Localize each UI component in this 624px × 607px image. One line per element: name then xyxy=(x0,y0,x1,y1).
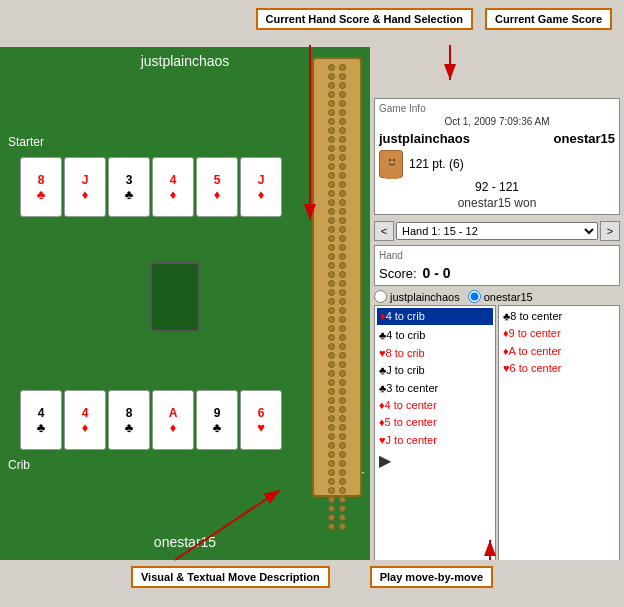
board-holes xyxy=(314,59,360,535)
svg-rect-3 xyxy=(384,169,400,179)
radio-player2[interactable]: onestar15 xyxy=(468,290,533,303)
card-top-1[interactable]: 8♣ xyxy=(20,157,62,217)
hand-selector-row: < Hand 1: 15 - 12 > xyxy=(374,221,620,241)
card-top-6[interactable]: J♦ xyxy=(240,157,282,217)
svg-point-1 xyxy=(389,159,391,161)
starter-label: Starter xyxy=(8,135,44,149)
content-row: justplainchaos Starter Pone 8♣ J♦ 3♣ 4♦ … xyxy=(0,47,624,560)
card-bot-3[interactable]: 8♣ xyxy=(108,390,150,450)
game-player1: justplainchaos xyxy=(379,131,470,146)
card-bot-2[interactable]: 4♦ xyxy=(64,390,106,450)
hand-nav-prev[interactable]: < xyxy=(374,221,394,241)
col2-item-1: ♣8 to center xyxy=(501,308,617,325)
game-info-box: Game Info Oct 1, 2009 7:09:36 AM justpla… xyxy=(374,98,620,215)
cards-bottom: 4♣ 4♦ 8♣ A♦ 9♣ 6♥ xyxy=(20,390,282,450)
cards-column-1: ♦4 to crib ♣4 to crib ♥8 to crib ♣J to c… xyxy=(374,305,496,600)
hand-box-header: Hand xyxy=(379,250,615,261)
col1-header: ♦4 to crib xyxy=(377,308,493,325)
card-bot-1[interactable]: 4♣ xyxy=(20,390,62,450)
bottom-area: Visual & Textual Move Description Play m… xyxy=(0,560,624,607)
col1-item-7: ♥J to center xyxy=(377,432,493,449)
game-date: Oct 1, 2009 7:09:36 AM xyxy=(379,116,615,127)
card-bot-4[interactable]: A♦ xyxy=(152,390,194,450)
card-top-3[interactable]: 3♣ xyxy=(108,157,150,217)
annotation-game-score: Current Game Score xyxy=(485,8,612,30)
cards-list-panel: ♦4 to crib ♣4 to crib ♥8 to crib ♣J to c… xyxy=(374,305,620,600)
col2-item-3: ♦A to center xyxy=(501,343,617,360)
card-top-2[interactable]: J♦ xyxy=(64,157,106,217)
col1-item-1: ♣4 to crib xyxy=(377,327,493,344)
cribbage-board xyxy=(312,57,362,497)
col2-item-4: ♥6 to center xyxy=(501,360,617,377)
radio-player1[interactable]: justplainchaos xyxy=(374,290,460,303)
game-players: justplainchaos onestar15 xyxy=(379,131,615,146)
cards-column-2: ♣8 to center ♦9 to center ♦A to center ♥… xyxy=(498,305,620,600)
hand-nav-next[interactable]: > xyxy=(600,221,620,241)
game-score-points: 121 pt. (6) xyxy=(409,157,464,171)
radio-input-player1[interactable] xyxy=(374,290,387,303)
hand-score-line: Score: 0 - 0 xyxy=(379,265,615,281)
annotation-play-move: Play move-by-move xyxy=(370,566,493,588)
svg-point-2 xyxy=(393,159,395,161)
col2-item-2: ♦9 to center xyxy=(501,325,617,342)
col1-item-5: ♦4 to center xyxy=(377,397,493,414)
annotation-move-description: Visual & Textual Move Description xyxy=(131,566,330,588)
crib-pile xyxy=(150,262,200,332)
card-top-4[interactable]: 4♦ xyxy=(152,157,194,217)
radio-input-player2[interactable] xyxy=(468,290,481,303)
player-avatar xyxy=(379,150,403,178)
crib-label: Crib xyxy=(8,458,30,472)
hand-score-value: 0 - 0 xyxy=(423,265,451,281)
top-area: Current Hand Score & Hand Selection Curr… xyxy=(0,0,624,47)
app-container: Current Hand Score & Hand Selection Curr… xyxy=(0,0,624,607)
right-panel: Game Info Oct 1, 2009 7:09:36 AM justpla… xyxy=(370,94,624,607)
game-info-header: Game Info xyxy=(379,103,615,114)
col1-item-3: ♣J to crib xyxy=(377,362,493,379)
card-bot-6[interactable]: 6♥ xyxy=(240,390,282,450)
col1-item-6: ♦5 to center xyxy=(377,414,493,431)
col1-item-2: ♥8 to crib xyxy=(377,345,493,362)
winner-line: onestar15 won xyxy=(379,196,615,210)
svg-point-0 xyxy=(385,154,399,168)
col1-cursor: ▶ xyxy=(377,449,493,473)
player-select-row: justplainchaos onestar15 xyxy=(374,290,620,303)
game-player2: onestar15 xyxy=(554,131,615,146)
game-area: justplainchaos Starter Pone 8♣ J♦ 3♣ 4♦ … xyxy=(0,47,370,560)
card-top-5[interactable]: 5♦ xyxy=(196,157,238,217)
cards-top: 8♣ J♦ 3♣ 4♦ 5♦ J♦ xyxy=(20,157,282,217)
card-bot-5[interactable]: 9♣ xyxy=(196,390,238,450)
hand-box: Hand Score: 0 - 0 xyxy=(374,245,620,286)
annotation-hand-score: Current Hand Score & Hand Selection xyxy=(256,8,473,30)
col1-item-4: ♣3 to center xyxy=(377,380,493,397)
game-score-line: 92 - 121 xyxy=(379,180,615,194)
hand-select[interactable]: Hand 1: 15 - 12 xyxy=(396,222,598,240)
